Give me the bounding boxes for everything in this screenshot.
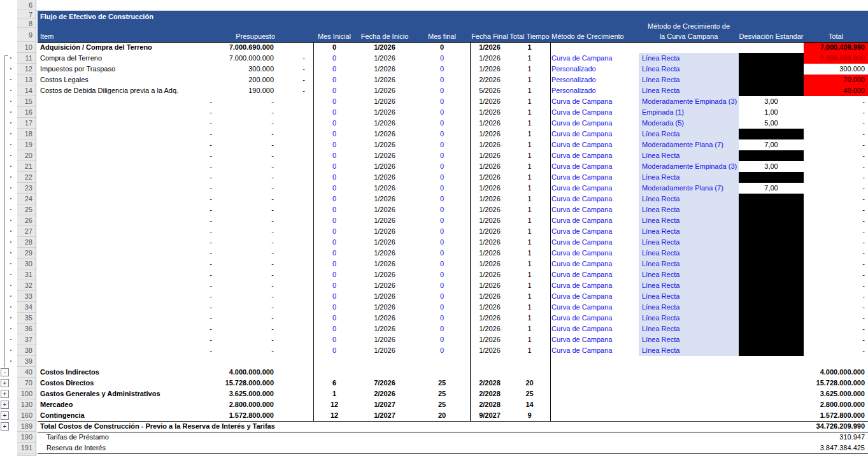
- cell-fi[interactable]: 1/2026: [355, 204, 414, 215]
- cell-mf[interactable]: 0: [414, 139, 470, 150]
- cell-total[interactable]: -: [804, 129, 868, 139]
- row-number[interactable]: 70: [17, 378, 36, 388]
- row-number[interactable]: 6: [17, 0, 36, 10]
- cell-ff[interactable]: 2/2028: [470, 388, 509, 399]
- cell-total[interactable]: -: [804, 204, 868, 215]
- cell-tt[interactable]: 1: [509, 324, 550, 334]
- cell-tt[interactable]: 1: [509, 291, 550, 302]
- cell-met[interactable]: Curva de Campana: [551, 291, 639, 302]
- cell-total[interactable]: -: [804, 259, 868, 269]
- cell-c1[interactable]: -: [156, 161, 220, 172]
- cell-c1[interactable]: -: [156, 302, 220, 313]
- col-header-curva-line2[interactable]: la Curva Campana: [639, 31, 739, 41]
- cell-curva[interactable]: Línea Recta: [639, 172, 739, 183]
- cell-mf[interactable]: 0: [414, 183, 470, 194]
- cell-item[interactable]: Costos Indirectos: [40, 367, 231, 378]
- cell-mf[interactable]: 0: [414, 129, 470, 139]
- row-number[interactable]: 10: [17, 42, 36, 53]
- col-header-fecha-inicio[interactable]: Fecha de Inicio: [355, 31, 414, 41]
- cell-ff[interactable]: 1/2026: [470, 150, 509, 161]
- cell-fi[interactable]: 1/2026: [355, 302, 414, 313]
- cell-ff[interactable]: 2/2028: [470, 399, 509, 410]
- outline-expand-button[interactable]: +: [1, 401, 9, 409]
- cell-ff[interactable]: 1/2026: [470, 313, 509, 324]
- cell-mi[interactable]: 0: [313, 64, 355, 75]
- cell-desviacion-redacted[interactable]: [739, 313, 804, 324]
- cell-tt[interactable]: 1: [509, 194, 550, 204]
- cell-fi[interactable]: 1/2026: [355, 42, 414, 53]
- cell-mf[interactable]: 25: [414, 399, 470, 410]
- cell-tt[interactable]: 1: [509, 172, 550, 183]
- cell-fi[interactable]: 1/2026: [355, 150, 414, 161]
- cell-desviacion-redacted[interactable]: [739, 215, 804, 226]
- cell-pres[interactable]: -: [211, 269, 275, 280]
- cell-mf[interactable]: 0: [414, 237, 470, 248]
- cell-c1[interactable]: -: [156, 237, 220, 248]
- row-number[interactable]: 24: [17, 194, 36, 204]
- cell-mi[interactable]: 6: [313, 378, 355, 388]
- outline-expand-button[interactable]: +: [1, 422, 9, 431]
- cell-desviacion-redacted[interactable]: [739, 248, 804, 259]
- cell-fi[interactable]: 1/2026: [355, 324, 414, 334]
- cell-pres[interactable]: -: [211, 302, 275, 313]
- col-header-desviacion[interactable]: Desviación Estandar: [739, 31, 804, 41]
- row-number[interactable]: 18: [17, 129, 36, 139]
- cell-desv[interactable]: 3,00: [739, 161, 804, 172]
- cell-tt[interactable]: 1: [509, 204, 550, 215]
- cell-met[interactable]: Personalizado: [551, 64, 639, 75]
- cell-curva[interactable]: Línea Recta: [639, 334, 739, 345]
- cell-curva[interactable]: Línea Recta: [639, 194, 739, 204]
- row-number[interactable]: 27: [17, 226, 36, 237]
- cell-pres[interactable]: -: [211, 226, 275, 237]
- cell-desviacion-redacted[interactable]: [739, 194, 804, 204]
- cell-ff[interactable]: 1/2026: [470, 161, 509, 172]
- cell-fi[interactable]: 2/2026: [355, 388, 414, 399]
- cell-pres[interactable]: 1.572.800.000: [211, 410, 275, 421]
- cell-fi[interactable]: 1/2026: [355, 248, 414, 259]
- cell-c3[interactable]: -: [280, 75, 308, 85]
- cell-ff[interactable]: 2/2026: [470, 75, 509, 85]
- cell-mi[interactable]: 0: [313, 96, 355, 107]
- cell-ff[interactable]: 1/2026: [470, 139, 509, 150]
- cell-met[interactable]: Curva de Campana: [551, 345, 639, 356]
- cell-pres[interactable]: -: [211, 129, 275, 139]
- cell-c1[interactable]: -: [156, 215, 220, 226]
- cell-mf[interactable]: 0: [414, 42, 470, 53]
- cell-mi[interactable]: 0: [313, 161, 355, 172]
- cell-total[interactable]: 15.728.000.000: [804, 378, 868, 388]
- cell-c1[interactable]: -: [156, 226, 220, 237]
- cell-ff[interactable]: 1/2026: [470, 53, 509, 64]
- cell-c1[interactable]: -: [156, 150, 220, 161]
- cell-total[interactable]: -: [804, 334, 868, 345]
- row-number[interactable]: 8: [17, 20, 36, 28]
- cell-curva[interactable]: Línea Recta: [639, 129, 739, 139]
- cell-pres[interactable]: -: [211, 248, 275, 259]
- cell-mf[interactable]: 25: [414, 388, 470, 399]
- col-header-total-tiempo[interactable]: Total Tiempo: [509, 31, 550, 41]
- cell-desviacion-redacted[interactable]: [739, 75, 804, 85]
- cell-pres[interactable]: -: [211, 334, 275, 345]
- cell-met[interactable]: Curva de Campana: [551, 215, 639, 226]
- cell-mi[interactable]: 0: [313, 269, 355, 280]
- cell-total[interactable]: -: [804, 172, 868, 183]
- cell-fi[interactable]: 1/2026: [355, 172, 414, 183]
- cell-pres[interactable]: -: [211, 204, 275, 215]
- cell-fi[interactable]: 1/2026: [355, 107, 414, 118]
- cell-fi[interactable]: 1/2026: [355, 96, 414, 107]
- cell-mf[interactable]: 0: [414, 215, 470, 226]
- cell-met[interactable]: Curva de Campana: [551, 237, 639, 248]
- sheet-title[interactable]: Flujo de Efectivo de Construcción: [40, 12, 153, 21]
- cell-mi[interactable]: 0: [313, 237, 355, 248]
- cell-tt[interactable]: 1: [509, 269, 550, 280]
- col-header-mes-inicial[interactable]: Mes Inicial: [313, 31, 355, 41]
- cell-tt[interactable]: 1: [509, 139, 550, 150]
- cell-tt[interactable]: 1: [509, 237, 550, 248]
- cell-pres[interactable]: -: [211, 280, 275, 291]
- cell-c3[interactable]: -: [280, 64, 308, 75]
- cell-total[interactable]: 34.726.209.990: [804, 421, 868, 432]
- row-number[interactable]: 37: [17, 334, 36, 345]
- cell-mi[interactable]: 0: [313, 107, 355, 118]
- cell-met[interactable]: Personalizado: [551, 85, 639, 96]
- cell-desv[interactable]: 1,00: [739, 107, 804, 118]
- cell-tt[interactable]: 1: [509, 75, 550, 85]
